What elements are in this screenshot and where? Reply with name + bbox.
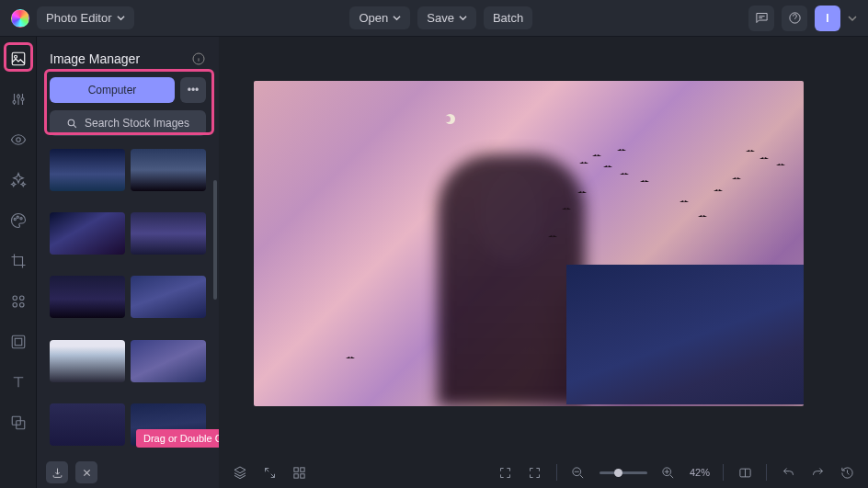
eye-icon — [10, 131, 27, 148]
effects-icon — [10, 172, 27, 188]
upload-more-button[interactable]: ••• — [180, 77, 206, 103]
app-mode-label: Photo Editor — [46, 11, 112, 25]
svg-rect-20 — [300, 473, 303, 477]
bird-silhouette — [617, 149, 626, 153]
thumbnail[interactable] — [131, 340, 206, 382]
undo-icon — [782, 466, 795, 480]
open-button[interactable]: Open — [349, 6, 410, 29]
expand-button[interactable] — [261, 464, 278, 481]
chevron-down-icon — [393, 14, 401, 22]
elements-icon — [10, 293, 27, 310]
bird-silhouette — [746, 150, 755, 153]
close-panel-button[interactable] — [75, 461, 97, 483]
svg-point-2 — [14, 55, 17, 58]
thumbnail[interactable] — [131, 276, 206, 318]
bird-silhouette — [698, 215, 707, 219]
moon — [445, 114, 455, 124]
save-button[interactable]: Save — [417, 6, 476, 29]
rail-layers[interactable] — [6, 410, 31, 436]
thumbnail[interactable] — [50, 149, 125, 191]
zoom-in-button[interactable] — [660, 464, 677, 481]
grid-button[interactable] — [291, 464, 307, 481]
rail-palette[interactable] — [6, 208, 31, 233]
batch-button[interactable]: Batch — [484, 6, 532, 29]
rail-eye[interactable] — [6, 127, 31, 153]
svg-point-16 — [68, 119, 74, 126]
thumb-scrollbar[interactable] — [213, 180, 217, 300]
svg-rect-1 — [12, 52, 25, 65]
overlay-layer[interactable] — [566, 265, 804, 404]
rail-effects[interactable] — [6, 167, 31, 193]
chat-icon — [755, 11, 769, 25]
svg-point-10 — [19, 303, 24, 308]
svg-point-4 — [14, 218, 16, 220]
grid-icon — [292, 466, 306, 480]
chevron-down-icon — [117, 14, 125, 22]
rail-text[interactable] — [6, 369, 31, 395]
redo-button[interactable] — [809, 464, 826, 481]
app-logo[interactable] — [11, 9, 29, 28]
compare-icon — [738, 466, 752, 480]
bird-silhouette — [592, 154, 601, 158]
zoom-out-button[interactable] — [570, 464, 587, 481]
svg-point-7 — [13, 296, 17, 301]
canvas-image[interactable] — [254, 81, 804, 406]
thumbnail[interactable] — [131, 212, 206, 255]
frame-icon — [10, 334, 27, 350]
bird-silhouette — [603, 165, 612, 169]
image-icon — [10, 51, 27, 67]
thumbnail[interactable] — [50, 212, 125, 255]
help-icon — [788, 11, 802, 25]
svg-point-3 — [16, 138, 20, 142]
import-button[interactable] — [46, 461, 68, 483]
fit-button[interactable] — [527, 464, 543, 481]
search-stock-button[interactable]: Search Stock Images — [50, 110, 206, 136]
svg-point-9 — [13, 303, 17, 308]
thumbnail[interactable] — [50, 340, 125, 382]
svg-point-6 — [19, 218, 21, 220]
help-button[interactable] — [782, 6, 807, 31]
save-label: Save — [427, 11, 454, 25]
search-stock-label: Search Stock Images — [85, 117, 189, 130]
user-avatar[interactable]: I — [815, 6, 840, 31]
canvas-area[interactable] — [219, 37, 868, 457]
layers-icon — [10, 414, 27, 431]
fullscreen-icon — [498, 466, 512, 480]
fullscreen-button[interactable] — [497, 464, 514, 481]
app-mode-dropdown[interactable]: Photo Editor — [37, 6, 134, 29]
upload-computer-button[interactable]: Computer — [50, 77, 175, 103]
bird-silhouette — [714, 189, 723, 193]
info-icon[interactable] — [191, 51, 206, 66]
thumbnail[interactable] — [50, 276, 125, 318]
rail-adjustments[interactable] — [6, 86, 31, 112]
redo-icon — [811, 466, 825, 480]
svg-point-8 — [19, 296, 24, 301]
layers-button[interactable] — [232, 464, 248, 481]
bird-silhouette — [579, 162, 588, 165]
thumbnail[interactable] — [131, 149, 206, 191]
svg-rect-19 — [293, 473, 297, 477]
adjustments-icon — [10, 91, 27, 108]
bird-silhouette — [620, 173, 629, 176]
history-button[interactable] — [839, 464, 855, 481]
expand-icon — [263, 466, 277, 480]
rail-elements[interactable] — [6, 289, 31, 314]
compare-button[interactable] — [737, 464, 753, 481]
svg-rect-17 — [293, 467, 297, 471]
bird-silhouette — [346, 357, 355, 360]
zoom-in-icon — [661, 466, 675, 480]
zoom-percent: 42% — [690, 467, 710, 478]
avatar-initial: I — [826, 12, 828, 25]
rail-crop[interactable] — [6, 248, 31, 274]
close-icon — [82, 468, 92, 478]
panel-title: Image Manager — [50, 51, 140, 66]
thumbnail[interactable] — [50, 403, 125, 446]
feedback-button[interactable] — [748, 6, 774, 31]
zoom-slider[interactable] — [600, 471, 647, 474]
rail-image[interactable] — [6, 46, 31, 72]
chevron-down-icon[interactable] — [848, 14, 857, 23]
history-icon — [840, 466, 854, 480]
undo-button[interactable] — [780, 464, 796, 481]
search-icon — [66, 118, 78, 130]
rail-frame[interactable] — [6, 329, 31, 355]
